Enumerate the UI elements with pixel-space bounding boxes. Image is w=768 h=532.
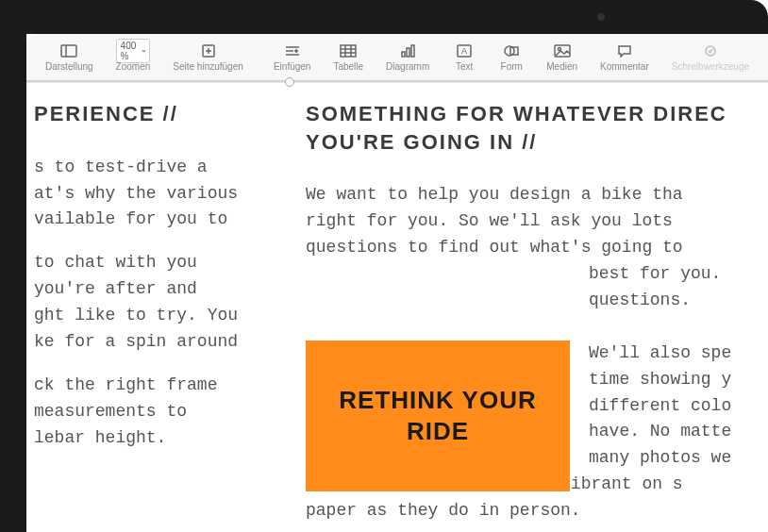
tools-icon: [701, 43, 720, 58]
zoom-label: Zoomen: [116, 61, 151, 72]
svg-rect-16: [407, 48, 409, 57]
tools-label: Schreibwerkzeuge: [672, 61, 749, 72]
add-page-icon: [199, 43, 218, 58]
left-bezel: [0, 0, 26, 532]
text-icon: A: [455, 43, 474, 58]
table-button[interactable]: Tabelle: [322, 40, 375, 75]
callout-box[interactable]: RETHINK YOUR RIDE: [306, 341, 570, 491]
table-label: Tabelle: [333, 61, 363, 72]
column-right: SOMETHING FOR WHATEVER DIREC YOU'RE GOIN…: [291, 83, 768, 532]
table-icon: [339, 43, 358, 58]
svg-rect-17: [411, 45, 414, 57]
comment-button[interactable]: Kommentar: [589, 40, 660, 75]
left-body-2[interactable]: to chat with you you're after and ght li…: [34, 250, 275, 356]
text-button[interactable]: A Text: [441, 40, 488, 75]
zoom-value: 400 %: [121, 41, 139, 61]
svg-text:A: A: [461, 46, 467, 56]
media-button[interactable]: Medien: [535, 40, 589, 75]
view-label: Darstellung: [45, 61, 93, 72]
shape-button[interactable]: Form: [488, 40, 535, 75]
left-heading[interactable]: PERIENCE //: [34, 100, 275, 128]
tools-button[interactable]: Schreibwerkzeuge: [660, 40, 760, 75]
svg-rect-0: [61, 45, 76, 57]
text-label: Text: [456, 61, 473, 72]
chart-button[interactable]: Diagramm: [375, 40, 441, 75]
toolbar: Darstellung 400 % Zoomen Seite hinzufüge…: [26, 34, 768, 81]
camera-dot: [597, 13, 605, 21]
shape-icon: [502, 43, 521, 58]
right-heading[interactable]: SOMETHING FOR WHATEVER DIREC YOU'RE GOIN…: [306, 100, 768, 156]
svg-rect-15: [402, 52, 405, 57]
svg-rect-10: [341, 45, 356, 57]
comment-label: Kommentar: [600, 61, 649, 72]
insert-label: Einfügen: [274, 61, 310, 72]
svg-point-23: [558, 47, 560, 50]
zoom-dropdown[interactable]: 400 %: [116, 39, 151, 63]
left-body-3[interactable]: ck the right frame measurements to lebar…: [34, 373, 275, 452]
document-area[interactable]: PERIENCE // s to test-drive a at's why t…: [26, 83, 768, 532]
media-icon: [553, 43, 572, 58]
device-bezel: [0, 0, 768, 34]
screen-area: Darstellung 400 % Zoomen Seite hinzufüge…: [26, 34, 768, 532]
shape-label: Form: [501, 61, 523, 72]
right-body-side[interactable]: best for you. questions. We'll also spe …: [589, 261, 768, 472]
comment-icon: [615, 43, 634, 58]
view-icon: [59, 43, 78, 58]
insert-button[interactable]: Einfügen: [262, 40, 322, 75]
add-page-label: Seite hinzufügen: [173, 61, 243, 72]
chevron-down-icon: [142, 49, 146, 53]
view-button[interactable]: Darstellung: [34, 40, 105, 75]
media-label: Medien: [546, 61, 577, 72]
column-left: PERIENCE // s to test-drive a at's why t…: [26, 83, 291, 532]
left-body-1[interactable]: s to test-drive a at's why the various v…: [34, 155, 275, 234]
chart-icon: [398, 43, 417, 58]
add-page-button[interactable]: Seite hinzufügen: [161, 40, 255, 75]
chart-label: Diagramm: [386, 61, 429, 72]
callout-text: RETHINK YOUR RIDE: [325, 385, 551, 449]
zoom-button[interactable]: 400 % Zoomen: [105, 40, 162, 75]
insert-icon: [283, 43, 302, 58]
right-body-top[interactable]: We want to help you design a bike tha ri…: [306, 182, 768, 261]
